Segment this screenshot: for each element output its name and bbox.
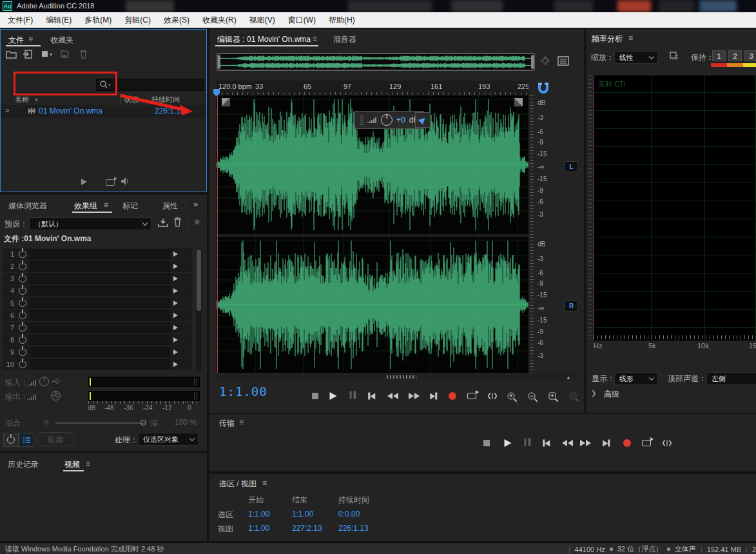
menu-item[interactable]: 编辑(E) <box>39 12 78 28</box>
editor-panel-menu-icon[interactable]: ≡ <box>313 34 317 43</box>
input-gain-knob[interactable] <box>39 377 49 386</box>
slot-power-icon[interactable] <box>19 299 26 307</box>
hud-pin-button[interactable] <box>415 112 431 128</box>
effect-slot[interactable]: 5 <box>3 297 192 309</box>
slot-field[interactable] <box>30 261 170 272</box>
process-dropdown[interactable]: 仅选区对象 <box>138 433 199 446</box>
slot-field[interactable] <box>30 249 170 259</box>
menu-item[interactable]: 多轨(M) <box>78 12 118 28</box>
skip-to-end-button[interactable] <box>602 440 610 447</box>
view-end[interactable]: 227:2.13 <box>292 524 322 533</box>
effect-slot[interactable]: 1 <box>3 248 192 260</box>
pause-button[interactable] <box>349 391 357 401</box>
tab-editor[interactable]: 编辑器 : 01 Movin' On.wma <box>217 34 311 45</box>
slot-power-icon[interactable] <box>19 287 26 295</box>
slot-arrow-icon[interactable] <box>173 264 178 269</box>
menu-item[interactable]: 文件(F) <box>1 12 39 28</box>
delete-preset-icon[interactable] <box>173 217 182 229</box>
tab-effects-rack[interactable]: 效果组 <box>74 201 97 212</box>
tab-files[interactable]: 文件 <box>8 35 24 46</box>
slot-field[interactable] <box>30 286 170 296</box>
file-name[interactable]: 01 Movin' On.wma <box>39 106 102 115</box>
right-channel-badge[interactable]: R <box>565 301 578 312</box>
zoom-in-button[interactable]: + <box>508 393 515 400</box>
column-name[interactable]: 名称 <box>15 95 29 104</box>
auto-play-speaker-icon[interactable] <box>121 177 131 188</box>
frequency-panel-menu-icon[interactable]: ≡ <box>628 34 633 43</box>
import-file-icon[interactable] <box>23 50 34 61</box>
menu-item[interactable]: 效果(S) <box>157 12 196 28</box>
editor-time-display[interactable]: 1:1.00 <box>219 384 267 399</box>
stop-button[interactable] <box>312 393 318 399</box>
fade-in-handle[interactable] <box>222 98 230 106</box>
slot-arrow-icon[interactable] <box>173 350 178 355</box>
scale-dropdown[interactable]: 线性 <box>614 51 658 64</box>
copy-settings-icon[interactable] <box>669 51 679 63</box>
hold-button-1[interactable]: 1 <box>712 50 726 61</box>
display-dropdown[interactable]: 线形 <box>614 372 658 385</box>
slot-field[interactable] <box>30 335 170 345</box>
loop-playback-button[interactable] <box>642 440 651 446</box>
skip-selection-button[interactable] <box>488 393 498 400</box>
effects-panel-menu-icon[interactable]: ≡ <box>104 201 108 210</box>
trash-icon[interactable] <box>79 50 88 61</box>
tab-mixer[interactable]: 混音器 <box>333 34 356 45</box>
hold-button-2[interactable]: 2 <box>728 50 742 61</box>
snap-magnet-icon[interactable] <box>536 82 552 95</box>
tab-history[interactable]: 历史记录 <box>8 459 39 470</box>
panel-resize-arrow-icon[interactable]: ▲ <box>566 375 571 381</box>
hold-button-3[interactable]: 3 <box>744 50 756 61</box>
loop-preview-button[interactable] <box>106 179 115 188</box>
slot-field[interactable] <box>30 322 170 333</box>
record-button[interactable] <box>449 392 456 400</box>
left-channel-badge[interactable]: L <box>565 161 578 172</box>
effect-slot[interactable]: 6 <box>3 310 192 321</box>
video-panel-menu-icon[interactable]: ≡ <box>86 459 90 468</box>
advanced-chevron-icon[interactable]: ❯ <box>591 390 596 397</box>
slot-arrow-icon[interactable] <box>173 252 178 257</box>
selection-end[interactable]: 1:1.00 <box>292 509 313 519</box>
apply-button[interactable]: 应用 <box>36 432 75 446</box>
favorite-star-icon[interactable]: ★ <box>193 216 201 228</box>
slot-field[interactable] <box>30 359 170 370</box>
play-button[interactable] <box>330 392 337 400</box>
slot-arrow-icon[interactable] <box>173 288 178 293</box>
view-duration[interactable]: 226:1.13 <box>338 524 369 533</box>
play-button[interactable] <box>505 439 512 447</box>
tab-media-browser[interactable]: 媒体浏览器 <box>8 201 47 212</box>
waveform-display[interactable]: +0 dB <box>217 95 528 373</box>
effect-slot[interactable]: 8 <box>3 334 192 346</box>
slot-arrow-icon[interactable] <box>173 362 178 367</box>
view-start[interactable]: 1:1.00 <box>248 524 269 533</box>
save-preset-icon[interactable] <box>158 218 168 230</box>
slot-power-icon[interactable] <box>19 312 26 319</box>
record-button[interactable] <box>623 439 631 447</box>
rack-power-button[interactable] <box>3 433 19 447</box>
tab-markers[interactable]: 标记 <box>122 201 138 212</box>
slot-arrow-icon[interactable] <box>173 276 178 281</box>
tab-favorites[interactable]: 收藏夹 <box>50 35 73 46</box>
new-content-icon[interactable]: ▾ <box>41 50 52 61</box>
effect-slot[interactable]: 3 <box>3 273 192 284</box>
menu-item[interactable]: 帮助(H) <box>322 12 362 28</box>
slot-power-icon[interactable] <box>19 361 26 368</box>
slot-power-icon[interactable] <box>19 262 26 270</box>
stop-button[interactable] <box>483 440 490 446</box>
slot-field[interactable] <box>30 347 170 357</box>
top-channel-dropdown[interactable]: 左侧 <box>706 372 756 385</box>
mix-slider-track[interactable] <box>55 422 146 424</box>
zoom-to-selection-button[interactable]: + <box>549 393 556 400</box>
fast-forward-button[interactable] <box>408 393 420 399</box>
open-file-icon[interactable] <box>6 50 17 61</box>
skip-to-end-button[interactable] <box>429 393 437 400</box>
save-icon[interactable] <box>60 50 70 61</box>
slot-field[interactable] <box>30 310 170 321</box>
menu-item[interactable]: 视图(V) <box>243 12 282 28</box>
slot-power-icon[interactable] <box>19 250 26 258</box>
effect-slot[interactable]: 10 <box>3 359 192 370</box>
gain-hud[interactable]: +0 dB <box>354 111 424 129</box>
frequency-graph[interactable]: 实时 CTI <box>594 75 756 341</box>
slot-power-icon[interactable] <box>19 348 26 356</box>
preview-play-button[interactable] <box>81 178 87 187</box>
slot-arrow-icon[interactable] <box>173 337 178 342</box>
